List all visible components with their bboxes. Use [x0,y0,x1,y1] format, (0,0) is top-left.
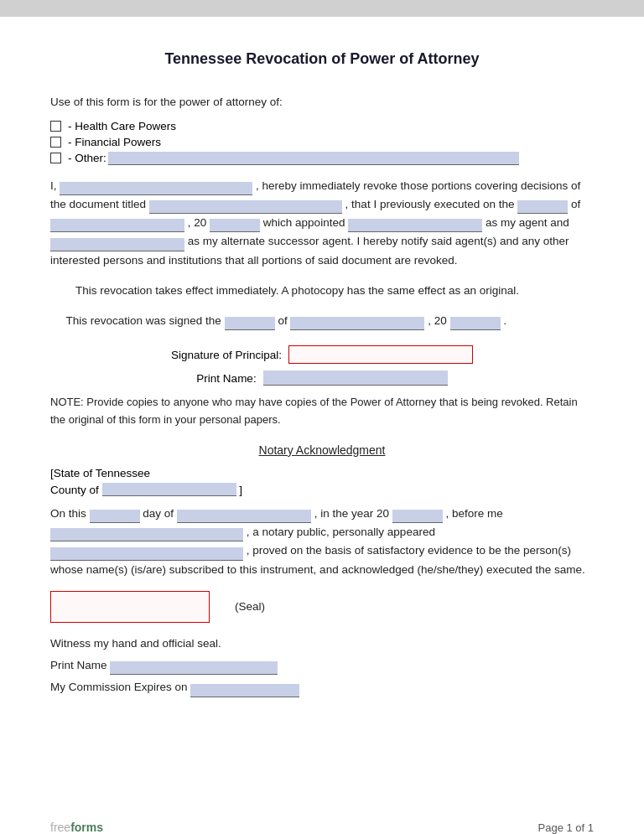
field-name[interactable] [60,182,252,195]
signed-mid2: , 20 [428,314,447,327]
seal-row: (Seal) [50,591,594,623]
logo-forms: forms [70,821,103,834]
checkbox-icon-healthcare[interactable] [50,121,61,132]
on-this-prefix: On this [50,507,86,520]
logo-free: free [50,821,70,834]
field-signed-day[interactable] [225,317,275,330]
field-notary-name[interactable] [50,528,243,541]
on-this-mid1: day of [143,507,174,520]
use-text: Use of this form is for the power of att… [50,93,594,111]
state-text: [State of Tennessee [50,467,150,479]
state-line: [State of Tennessee [50,467,594,479]
footer: freeforms Page 1 of 1 [0,821,644,834]
checkbox-label-other: - Other: [68,152,106,164]
field-on-month[interactable] [177,510,311,523]
county-label: County of [50,484,99,496]
print-name-label: Print Name: [196,372,256,385]
field-signed-month[interactable] [290,317,424,330]
signature-area: Signature of Principal: Print Name: [50,345,594,386]
para1-mid3: of [571,198,580,210]
logo: freeforms [50,821,103,834]
paragraph-revoke: I, , hereby immediately revoke those por… [50,177,594,270]
field-commission-date[interactable] [190,684,299,697]
signed-prefix: This revocation was signed the [66,314,221,327]
print-name-notary-label: Print Name [50,659,107,671]
notary-title: Notary Acknowledgment [50,443,594,457]
field-county[interactable] [102,483,236,496]
paragraph-effect: This revocation takes effect immediately… [50,282,594,300]
signed-mid1: of [278,314,287,327]
checkbox-icon-other[interactable] [50,153,61,163]
checkbox-label-financial: - Financial Powers [68,136,161,148]
witness-line1: Witness my hand and official seal. [50,635,594,653]
para1-prefix: I, [50,179,57,192]
print-name-notary-row: Print Name [50,656,594,675]
checkbox-item-other: - Other: [50,152,594,165]
note-text: NOTE: Provide copies to anyone who may h… [50,394,594,427]
field-signed-year[interactable] [450,317,501,330]
field-year2[interactable] [210,219,260,232]
document-page: Tennessee Revocation of Power of Attorne… [0,17,644,834]
county-end: ] [239,484,242,496]
signed-period: . [503,314,506,327]
on-this-mid2: , in the year 20 [314,507,389,520]
field-document-title[interactable] [149,200,342,214]
field-month-year[interactable] [50,219,184,232]
para1-mid6: as my agent and [486,216,569,229]
field-day[interactable] [517,200,568,214]
sig-principal-field[interactable] [288,345,473,364]
witness-area: Witness my hand and official seal. Print… [50,635,594,697]
sig-principal-row: Signature of Principal: [50,345,594,364]
para1-mid4: , 20 [188,216,207,229]
checkbox-label-healthcare: - Health Care Powers [68,120,176,132]
checkbox-item-healthcare: - Health Care Powers [50,120,594,132]
field-on-year[interactable] [392,510,443,523]
on-this-mid4: , a notary public, personally appeared [247,526,435,538]
on-this-paragraph: On this day of , in the year 20 , before… [50,505,594,579]
sig-principal-label: Signature of Principal: [171,349,282,361]
field-appeared[interactable] [50,547,243,561]
print-name-field[interactable] [263,370,448,386]
field-on-day[interactable] [90,510,140,523]
field-agent[interactable] [348,219,482,232]
signed-line: This revocation was signed the of , 20 . [50,312,594,330]
print-name-row: Print Name: [50,370,594,386]
checkbox-item-financial: - Financial Powers [50,136,594,148]
field-notary-print[interactable] [110,661,278,675]
para1-mid5: which appointed [263,216,345,229]
page-number: Page 1 of 1 [538,821,595,834]
commission-label: My Commission Expires on [50,681,188,693]
checkbox-icon-financial[interactable] [50,137,61,148]
seal-label: (Seal) [235,600,265,613]
on-this-mid3: , before me [445,507,502,520]
other-field[interactable] [108,152,519,165]
document-title: Tennessee Revocation of Power of Attorne… [50,50,594,68]
county-line: County of ] [50,483,594,496]
field-alt-agent[interactable] [50,238,184,251]
commission-row: My Commission Expires on [50,678,594,697]
seal-field[interactable] [50,591,210,623]
para1-mid2: , that I previously executed on the [345,198,515,210]
